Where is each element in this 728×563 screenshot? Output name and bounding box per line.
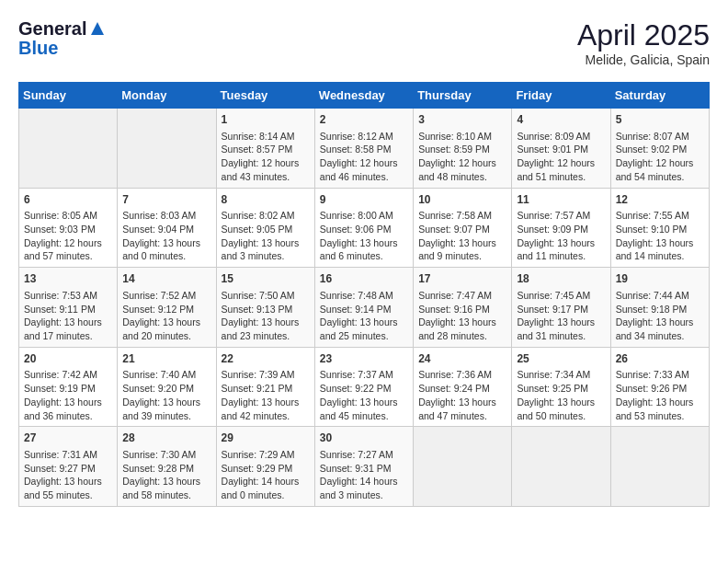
daylight-info: Daylight: 13 hours and 17 minutes.: [24, 316, 102, 341]
sunrise-info: Sunrise: 7:44 AM: [616, 290, 689, 301]
sunrise-info: Sunrise: 7:45 AM: [517, 290, 590, 301]
sunrise-info: Sunrise: 7:47 AM: [418, 290, 492, 301]
col-header-tuesday: Tuesday: [216, 83, 314, 109]
day-info: Sunrise: 8:10 AMSunset: 8:59 PMDaylight:…: [418, 130, 506, 184]
day-info: Sunrise: 7:52 AMSunset: 9:12 PMDaylight:…: [122, 289, 210, 343]
calendar-cell: 29Sunrise: 7:29 AMSunset: 9:29 PMDayligh…: [216, 427, 314, 507]
sunset-info: Sunset: 9:16 PM: [418, 304, 490, 315]
sunrise-info: Sunrise: 8:00 AM: [320, 210, 393, 221]
day-info: Sunrise: 7:53 AMSunset: 9:11 PMDaylight:…: [24, 289, 112, 343]
col-header-wednesday: Wednesday: [314, 83, 413, 109]
sunset-info: Sunset: 9:26 PM: [616, 383, 688, 394]
calendar-cell: 6Sunrise: 8:05 AMSunset: 9:03 PMDaylight…: [19, 188, 118, 268]
sunrise-info: Sunrise: 8:02 AM: [222, 210, 295, 221]
day-info: Sunrise: 8:05 AMSunset: 9:03 PMDaylight:…: [24, 209, 112, 263]
day-info: Sunrise: 7:50 AMSunset: 9:13 PMDaylight:…: [222, 289, 310, 343]
sunrise-info: Sunrise: 7:58 AM: [418, 210, 492, 221]
calendar-cell: 23Sunrise: 7:37 AMSunset: 9:22 PMDayligh…: [314, 347, 413, 427]
day-number: 4: [517, 112, 605, 128]
daylight-info: Daylight: 14 hours and 0 minutes.: [222, 476, 300, 500]
page-header: General Blue April 2025 Melide, Galicia,…: [18, 18, 710, 67]
calendar-cell: 16Sunrise: 7:48 AMSunset: 9:14 PMDayligh…: [314, 268, 413, 348]
daylight-info: Daylight: 13 hours and 31 minutes.: [517, 316, 595, 341]
sunrise-info: Sunrise: 7:48 AM: [320, 290, 393, 301]
day-number: 28: [122, 431, 210, 446]
daylight-info: Daylight: 13 hours and 3 minutes.: [222, 237, 300, 262]
day-info: Sunrise: 7:47 AMSunset: 9:16 PMDaylight:…: [418, 289, 506, 343]
daylight-info: Daylight: 13 hours and 28 minutes.: [418, 316, 496, 341]
sunset-info: Sunset: 9:24 PM: [418, 383, 490, 394]
daylight-info: Daylight: 13 hours and 34 minutes.: [616, 316, 694, 341]
calendar-cell: 8Sunrise: 8:02 AMSunset: 9:05 PMDaylight…: [216, 188, 314, 268]
day-info: Sunrise: 7:45 AMSunset: 9:17 PMDaylight:…: [517, 289, 605, 343]
col-header-sunday: Sunday: [19, 83, 118, 109]
logo-blue: Blue: [18, 38, 58, 59]
calendar-cell: [414, 427, 512, 507]
day-info: Sunrise: 8:09 AMSunset: 9:01 PMDaylight:…: [517, 130, 605, 184]
day-info: Sunrise: 7:30 AMSunset: 9:28 PMDaylight:…: [122, 448, 210, 502]
sunset-info: Sunset: 9:25 PM: [517, 383, 588, 394]
day-info: Sunrise: 7:31 AMSunset: 9:27 PMDaylight:…: [24, 448, 112, 502]
sunset-info: Sunset: 9:11 PM: [24, 304, 96, 315]
calendar-cell: 18Sunrise: 7:45 AMSunset: 9:17 PMDayligh…: [512, 268, 610, 348]
col-header-saturday: Saturday: [610, 83, 709, 109]
day-info: Sunrise: 7:33 AMSunset: 9:26 PMDaylight:…: [616, 368, 704, 422]
sunset-info: Sunset: 9:10 PM: [616, 224, 688, 235]
calendar-week-2: 6Sunrise: 8:05 AMSunset: 9:03 PMDaylight…: [19, 188, 710, 268]
daylight-info: Daylight: 13 hours and 0 minutes.: [122, 237, 200, 262]
day-info: Sunrise: 8:03 AMSunset: 9:04 PMDaylight:…: [122, 209, 210, 263]
daylight-info: Daylight: 12 hours and 43 minutes.: [222, 157, 300, 182]
col-header-friday: Friday: [512, 83, 610, 109]
calendar-cell: 22Sunrise: 7:39 AMSunset: 9:21 PMDayligh…: [216, 347, 314, 427]
sunset-info: Sunset: 9:20 PM: [122, 383, 194, 394]
sunrise-info: Sunrise: 7:27 AM: [320, 449, 393, 460]
sunset-info: Sunset: 9:22 PM: [320, 383, 392, 394]
day-info: Sunrise: 7:29 AMSunset: 9:29 PMDaylight:…: [222, 448, 310, 502]
day-number: 14: [122, 271, 210, 287]
page-location: Melide, Galicia, Spain: [577, 52, 710, 67]
calendar-cell: 4Sunrise: 8:09 AMSunset: 9:01 PMDaylight…: [512, 109, 610, 189]
sunset-info: Sunset: 8:59 PM: [418, 144, 490, 155]
day-number: 29: [222, 431, 310, 446]
svg-marker-0: [91, 22, 104, 35]
day-number: 22: [222, 351, 310, 367]
calendar-cell: 11Sunrise: 7:57 AMSunset: 9:09 PMDayligh…: [512, 188, 610, 268]
sunrise-info: Sunrise: 7:42 AM: [24, 369, 97, 380]
day-number: 6: [24, 192, 112, 208]
daylight-info: Daylight: 13 hours and 6 minutes.: [320, 237, 398, 262]
calendar-week-4: 20Sunrise: 7:42 AMSunset: 9:19 PMDayligh…: [19, 347, 710, 427]
sunrise-info: Sunrise: 7:39 AM: [222, 369, 295, 380]
daylight-info: Daylight: 12 hours and 48 minutes.: [418, 157, 496, 182]
sunset-info: Sunset: 9:14 PM: [320, 304, 392, 315]
day-info: Sunrise: 7:42 AMSunset: 9:19 PMDaylight:…: [24, 368, 112, 422]
calendar-cell: 2Sunrise: 8:12 AMSunset: 8:58 PMDaylight…: [314, 109, 413, 189]
daylight-info: Daylight: 13 hours and 55 minutes.: [24, 476, 102, 500]
day-info: Sunrise: 7:34 AMSunset: 9:25 PMDaylight:…: [517, 368, 605, 422]
sunset-info: Sunset: 9:13 PM: [222, 304, 293, 315]
sunset-info: Sunset: 9:12 PM: [122, 304, 194, 315]
day-number: 23: [320, 351, 408, 367]
day-info: Sunrise: 7:36 AMSunset: 9:24 PMDaylight:…: [418, 368, 506, 422]
sunset-info: Sunset: 9:28 PM: [122, 463, 194, 474]
calendar-cell: 17Sunrise: 7:47 AMSunset: 9:16 PMDayligh…: [414, 268, 512, 348]
daylight-info: Daylight: 13 hours and 47 minutes.: [418, 396, 496, 421]
day-number: 20: [24, 351, 112, 367]
calendar-cell: [512, 427, 610, 507]
daylight-info: Daylight: 12 hours and 46 minutes.: [320, 157, 398, 182]
calendar-cell: 13Sunrise: 7:53 AMSunset: 9:11 PMDayligh…: [19, 268, 118, 348]
sunrise-info: Sunrise: 7:34 AM: [517, 369, 590, 380]
sunrise-info: Sunrise: 8:12 AM: [320, 131, 393, 142]
sunrise-info: Sunrise: 7:37 AM: [320, 369, 393, 380]
daylight-info: Daylight: 12 hours and 54 minutes.: [616, 157, 694, 182]
calendar-cell: 26Sunrise: 7:33 AMSunset: 9:26 PMDayligh…: [610, 347, 709, 427]
day-number: 18: [517, 271, 605, 287]
day-info: Sunrise: 8:12 AMSunset: 8:58 PMDaylight:…: [320, 130, 408, 184]
day-number: 5: [616, 112, 704, 128]
sunset-info: Sunset: 9:03 PM: [24, 224, 96, 235]
day-number: 19: [616, 271, 704, 287]
calendar-cell: 24Sunrise: 7:36 AMSunset: 9:24 PMDayligh…: [414, 347, 512, 427]
calendar-cell: 12Sunrise: 7:55 AMSunset: 9:10 PMDayligh…: [610, 188, 709, 268]
daylight-info: Daylight: 13 hours and 11 minutes.: [517, 237, 595, 262]
sunrise-info: Sunrise: 8:07 AM: [616, 131, 689, 142]
sunset-info: Sunset: 9:04 PM: [122, 224, 194, 235]
